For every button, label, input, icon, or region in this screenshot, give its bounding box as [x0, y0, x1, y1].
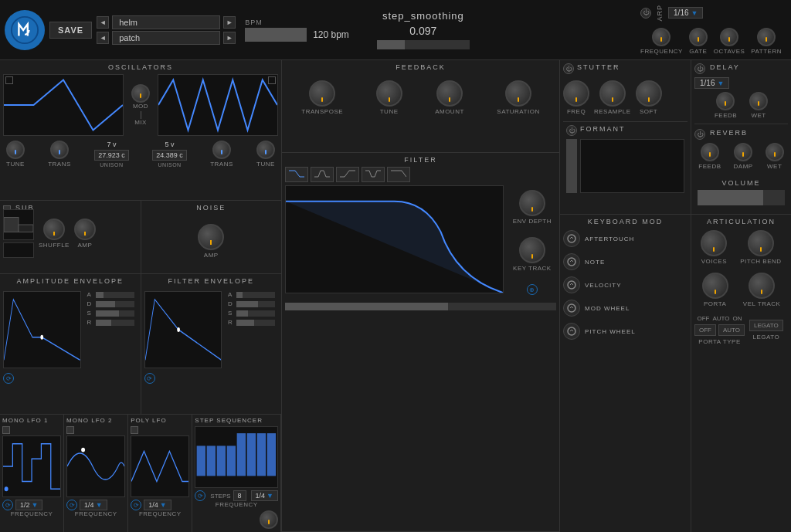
noise-section: NOISE AMP [141, 201, 282, 273]
step-smoothing-value: 0.097 [409, 25, 436, 37]
poly-lfo-checkbox[interactable] [131, 426, 138, 434]
osc-mod-knob[interactable] [131, 84, 150, 103]
osc1-tune-knob[interactable] [6, 141, 25, 159]
amp-a-slider[interactable] [96, 292, 134, 298]
feedback-transpose-knob[interactable] [309, 80, 335, 107]
feedback-tune-knob[interactable] [376, 80, 402, 107]
filter-r-slider[interactable] [236, 320, 275, 326]
velocity-icon[interactable] [563, 276, 580, 293]
lfo1-checkbox[interactable] [2, 426, 10, 434]
step-smoothing-bar[interactable] [377, 40, 470, 49]
osc1-unison-label: UNISON [100, 162, 123, 168]
arp-octaves-knob[interactable] [720, 28, 738, 46]
feedback-saturation-knob[interactable] [505, 80, 531, 107]
delay-wet-knob[interactable] [749, 92, 768, 110]
step-seq-knob[interactable] [260, 510, 278, 529]
lfo1-icon[interactable]: ⟳ [2, 500, 13, 510]
volume-bar[interactable] [698, 190, 785, 205]
svg-rect-13 [257, 433, 266, 476]
sub-amp-knob[interactable] [74, 219, 96, 240]
stutter-soft-knob[interactable] [636, 80, 662, 107]
arp-pattern-knob[interactable] [757, 28, 776, 46]
arp-gate-label: GATE [689, 48, 707, 55]
stutter-resample-knob[interactable] [599, 80, 626, 107]
porta-off-button[interactable]: OFF [694, 324, 716, 336]
porta-auto-button[interactable]: AUTO [718, 324, 745, 336]
poly-lfo-icon[interactable]: ⟳ [131, 500, 141, 510]
noise-amp-knob[interactable] [198, 224, 224, 250]
amp-env-icon[interactable]: ⟳ [3, 373, 14, 384]
filter-type-notch[interactable] [362, 167, 385, 182]
stutter-power-button[interactable]: ⏻ [563, 63, 574, 74]
delay-power-button[interactable]: ⏻ [694, 63, 705, 74]
lfo2-icon[interactable]: ⟳ [66, 500, 77, 510]
helm-prev-arrow[interactable]: ◄ [97, 16, 109, 29]
osc2-trans-knob[interactable] [212, 141, 231, 159]
lfo2-freq-btn[interactable]: 1/4 ▼ [80, 500, 107, 510]
filter-type-4[interactable] [387, 167, 410, 182]
filter-d-slider[interactable] [236, 301, 275, 307]
lfo1-freq-btn[interactable]: 1/2 ▼ [15, 500, 42, 510]
reverb-damp-knob[interactable] [734, 143, 752, 161]
note-icon[interactable] [563, 253, 580, 270]
amp-d-slider[interactable] [96, 301, 134, 307]
filter-envelope-display [144, 291, 222, 368]
reverb-power-button[interactable]: ⏻ [694, 129, 705, 140]
filter-d-label: D [228, 300, 234, 307]
amp-adsr-r: R [87, 319, 134, 326]
patch-prev-arrow[interactable]: ◄ [97, 32, 109, 44]
helm-next-arrow[interactable]: ► [223, 16, 236, 29]
osc2-tune-knob[interactable] [256, 141, 275, 159]
osc1-trans-knob[interactable] [50, 141, 69, 159]
sub-shuffle-knob[interactable] [43, 219, 65, 240]
filter-type-highpass[interactable] [336, 167, 359, 182]
patch-next-arrow[interactable]: ► [223, 32, 236, 44]
filter-key-track-knob[interactable] [519, 237, 545, 263]
feedback-amount-knob[interactable] [436, 80, 463, 107]
porta-knob[interactable] [702, 273, 728, 299]
filter-s-label: S [228, 310, 234, 317]
lfo2-title: MONO LFO 2 [66, 417, 125, 424]
save-button[interactable]: SAVE [49, 22, 92, 39]
voices-knob[interactable] [701, 230, 727, 256]
filter-type-bandpass[interactable] [311, 167, 334, 182]
bpm-slider[interactable] [245, 28, 307, 42]
artic-row-1: VOICES PITCH BEND [694, 230, 788, 265]
mod-wheel-icon[interactable] [563, 300, 580, 317]
step-seq-freq-value: 1/4 [256, 492, 266, 500]
amp-s-slider[interactable] [96, 310, 134, 317]
delay-freq-arrow[interactable]: ▼ [717, 80, 724, 87]
step-seq-freq-btn[interactable]: 1/4 ▼ [251, 490, 278, 501]
arp-gate-knob[interactable] [689, 28, 708, 46]
svg-rect-7 [197, 446, 205, 476]
arp-frequency-knob[interactable] [652, 28, 670, 46]
pitch-wheel-icon[interactable] [563, 323, 580, 340]
stutter-freq-knob[interactable] [563, 80, 589, 107]
pitch-bend-knob[interactable] [748, 230, 774, 256]
filter-s-slider[interactable] [236, 310, 275, 317]
filter-icon[interactable]: ⊕ [527, 284, 538, 295]
arp-power-button[interactable]: ⏻ [640, 8, 651, 19]
reverb-feedb-knob[interactable] [701, 143, 719, 161]
filter-cutoff-bar[interactable] [285, 303, 556, 310]
arp-freq-arrow[interactable]: ▼ [691, 9, 698, 17]
filter-type-lowpass[interactable] [285, 167, 308, 182]
delay-feedb-knob[interactable] [716, 92, 735, 110]
filter-a-slider[interactable] [236, 292, 275, 298]
poly-lfo-freq-btn[interactable]: 1/4 ▼ [144, 500, 171, 510]
legato-button[interactable]: LEGATO [749, 320, 783, 331]
formant-display-area [566, 139, 684, 193]
filter-env-depth-knob[interactable] [519, 190, 545, 216]
amp-r-slider[interactable] [96, 320, 134, 326]
reverb-wet-knob[interactable] [766, 143, 784, 161]
filter-env-icon[interactable]: ⟳ [144, 373, 155, 384]
aftertouch-icon[interactable] [563, 230, 580, 247]
step-seq-icon[interactable]: ⟳ [195, 490, 205, 501]
formant-slider[interactable] [566, 139, 577, 193]
lfo2-checkbox[interactable] [66, 426, 74, 434]
patch-preset-name: patch [112, 31, 220, 45]
sub-section: SUB SHUFFLE [0, 201, 141, 273]
formant-power-button[interactable]: ⏻ [566, 125, 577, 136]
vel-track-knob[interactable] [749, 273, 775, 299]
svg-rect-10 [227, 446, 236, 476]
